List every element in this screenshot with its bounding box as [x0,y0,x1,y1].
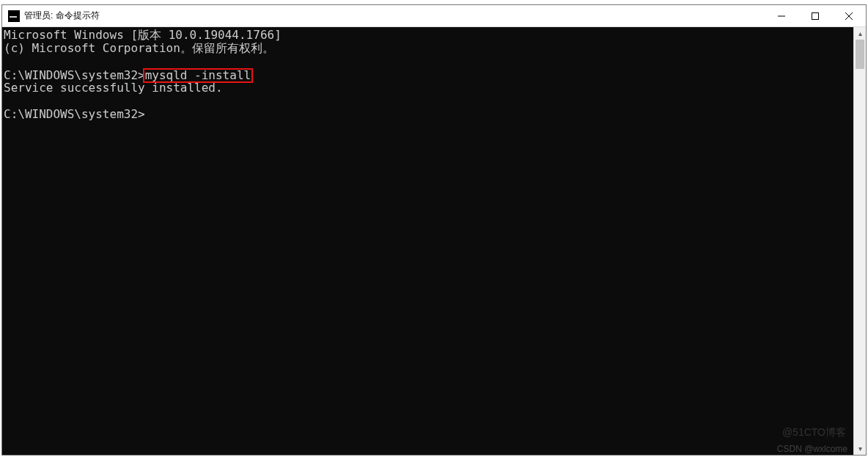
close-button[interactable] [832,5,866,26]
titlebar[interactable]: 管理员: 命令提示符 [2,5,866,27]
terminal-line: Service successfully installed. [4,81,853,95]
svg-rect-1 [812,12,819,19]
terminal-line [4,95,853,108]
terminal-line: Microsoft Windows [版本 10.0.19044.1766] [4,29,853,42]
scroll-up-arrow[interactable]: ▴ [854,27,866,40]
client-area: Microsoft Windows [版本 10.0.19044.1766](c… [2,27,866,455]
scroll-thumb[interactable] [856,40,864,69]
window-title: 管理员: 命令提示符 [24,10,765,22]
terminal-line: (c) Microsoft Corporation。保留所有权利。 [4,42,853,55]
vertical-scrollbar[interactable]: ▴ ▾ [853,27,866,455]
scroll-down-arrow[interactable]: ▾ [854,442,866,455]
terminal-line: C:\WINDOWS\system32>mysqld -install [4,68,853,81]
terminal-line [4,55,853,68]
minimize-button[interactable] [765,5,798,26]
cmd-window: 管理员: 命令提示符 Microsoft Windows [版本 10.0.19… [1,4,867,456]
watermark-text: @51CTO博客 [782,426,846,439]
cmd-icon [8,10,20,22]
maximize-button[interactable] [798,5,832,26]
window-controls [765,5,866,26]
terminal-line: C:\WINDOWS\system32> [4,108,853,121]
scroll-track[interactable] [854,40,866,442]
watermark-text: CSDN @wxlcome [777,444,847,454]
terminal-output[interactable]: Microsoft Windows [版本 10.0.19044.1766](c… [2,27,853,455]
